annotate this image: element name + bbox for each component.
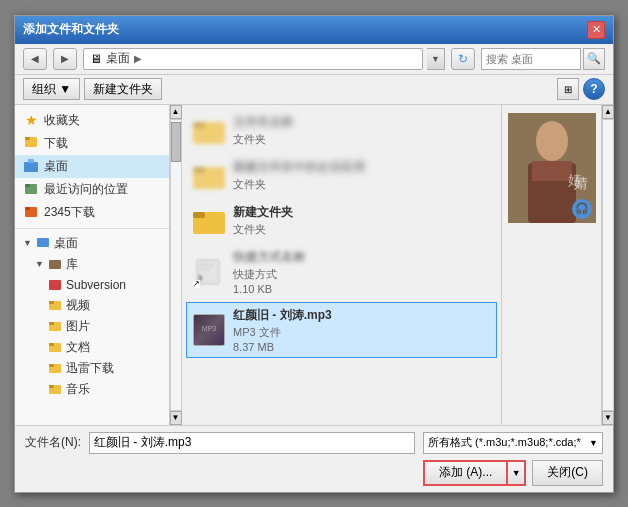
path-separator: ▶ [134,53,142,64]
search-button[interactable]: 🔍 [583,48,605,70]
tree-item-picture[interactable]: 图片 [15,316,169,337]
svg-rect-14 [49,322,54,325]
thunder-folder-icon [47,360,63,376]
tree-item-desktop[interactable]: ▼ 桌面 [15,233,169,254]
right-scroll-down[interactable]: ▼ [602,411,614,425]
tree-music-label: 音乐 [66,381,90,398]
tree-library-label: 库 [66,256,78,273]
path-text: 桌面 [106,50,130,67]
right-scroll-track [602,119,614,411]
sidebar-item-favorites: ★ 收藏夹 [15,109,169,132]
folder1-icon [193,114,225,146]
file-item-mp3[interactable]: MP3 红颜旧 - 刘涛.mp3 MP3 文件 8.37 MB [186,302,497,358]
file-item-folder3[interactable]: 新建文件夹 文件夹 [186,199,497,242]
scroll-up-button[interactable]: ▲ [170,105,182,119]
sidebar-item-desktop[interactable]: 桌面 [15,155,169,178]
close-button[interactable]: 关闭(C) [532,460,603,486]
view-button[interactable]: ⊞ [557,78,579,100]
tree-item-thunder[interactable]: 迅雷下载 [15,358,169,379]
filetype-arrow: ▼ [589,438,598,448]
svg-rect-34 [532,161,572,181]
preview-image: 婧 🎧 [508,113,596,223]
download2-icon [23,204,39,220]
sidebar-recent-label: 最近访问的位置 [44,181,128,198]
svg-rect-20 [49,385,54,388]
svg-rect-18 [49,364,54,367]
desktop-folder-icon [23,158,39,174]
path-icon: 🖥 [90,52,102,66]
refresh-button[interactable]: ↻ [451,48,475,70]
shortcut-size: 1.10 KB [233,283,305,295]
file-list: 文件夹名称 文件夹 新建文件夹中的企业应用 文件夹 [182,105,501,425]
path-dropdown-button[interactable]: ▼ [427,48,445,70]
scroll-thumb[interactable] [171,122,181,162]
folder3-name: 新建文件夹 [233,204,293,221]
add-dropdown-button[interactable]: ▼ [508,460,526,486]
shortcut-overlay: ↗ [193,280,200,288]
left-scrollbar: ▲ ▼ [170,105,182,425]
shortcut-name: 快捷方式名称 [233,249,305,266]
mp3-type: MP3 文件 [233,325,332,340]
help-button[interactable]: ? [583,78,605,100]
shortcut-icon: ↗ [193,256,225,288]
folder2-info: 新建文件夹中的企业应用 文件夹 [233,159,365,192]
preview-panel: 婧 🎧 [501,105,601,425]
folder3-info: 新建文件夹 文件夹 [233,204,293,237]
file-item-folder2[interactable]: 新建文件夹中的企业应用 文件夹 [186,154,497,197]
filename-input[interactable] [89,432,415,454]
tree-item-library[interactable]: ▼ 库 [15,254,169,275]
tree-thunder-label: 迅雷下载 [66,360,114,377]
file-item-folder1[interactable]: 文件夹名称 文件夹 [186,109,497,152]
tree-arrow: ▼ [23,238,32,248]
dialog-title: 添加文件和文件夹 [23,21,119,38]
document-folder-icon [47,339,63,355]
sidebar-favorites-label: 收藏夹 [44,112,80,129]
star-icon: ★ [23,112,39,128]
svg-rect-10 [49,280,61,290]
back-button[interactable]: ◀ [23,48,47,70]
mp3-name: 红颜旧 - 刘涛.mp3 [233,307,332,324]
action-left: 组织 ▼ 新建文件夹 [23,78,162,100]
svg-rect-29 [200,268,210,270]
svg-rect-26 [193,212,205,218]
video-folder-icon [47,297,63,313]
folder1-info: 文件夹名称 文件夹 [233,114,293,147]
picture-folder-icon [47,318,63,334]
svg-rect-16 [49,343,54,346]
tree-item-video[interactable]: 视频 [15,295,169,316]
close-window-button[interactable]: ✕ [587,21,605,39]
svg-rect-1 [25,137,30,140]
svg-rect-9 [49,260,61,269]
tree-document-label: 文档 [66,339,90,356]
folder2-type: 文件夹 [233,177,365,192]
path-display[interactable]: 🖥 桌面 ▶ [83,48,423,70]
search-input[interactable] [481,48,581,70]
tree-subversion-label: Subversion [66,278,126,292]
favorites-section: ★ 收藏夹 下载 桌面 [15,109,169,224]
sidebar-item-download[interactable]: 下载 [15,132,169,155]
organize-button[interactable]: 组织 ▼ [23,78,80,100]
action-bar: 组织 ▼ 新建文件夹 ⊞ ? [15,75,613,105]
tree-item-document[interactable]: 文档 [15,337,169,358]
svg-rect-3 [28,159,34,163]
download-icon [23,135,39,151]
svg-rect-12 [49,301,54,304]
tree-item-subversion[interactable]: Subversion [15,275,169,295]
action-row: 添加 (A)... ▼ 关闭(C) [25,460,603,486]
forward-button[interactable]: ▶ [53,48,77,70]
sidebar-item-2345[interactable]: 2345下载 [15,201,169,224]
sidebar-item-recent[interactable]: 最近访问的位置 [15,178,169,201]
file-item-shortcut[interactable]: ↗ 快捷方式名称 快捷方式 1.10 KB [186,244,497,300]
path-bar: 🖥 桌面 ▶ ▼ [83,48,445,70]
tree-item-music[interactable]: 音乐 [15,379,169,400]
new-folder-button[interactable]: 新建文件夹 [84,78,162,100]
add-button[interactable]: 添加 (A)... [423,460,508,486]
scroll-down-button[interactable]: ▼ [170,411,182,425]
shortcut-info: 快捷方式名称 快捷方式 1.10 KB [233,249,305,295]
filetype-dropdown[interactable]: 所有格式 (*.m3u;*.m3u8;*.cda;* ▼ [423,432,603,454]
right-scroll-up[interactable]: ▲ [602,105,614,119]
sidebar: ★ 收藏夹 下载 桌面 [15,105,170,425]
filename-row: 文件名(N): 所有格式 (*.m3u;*.m3u8;*.cda;* ▼ [25,432,603,454]
recent-icon [23,181,39,197]
subversion-icon [47,277,63,293]
